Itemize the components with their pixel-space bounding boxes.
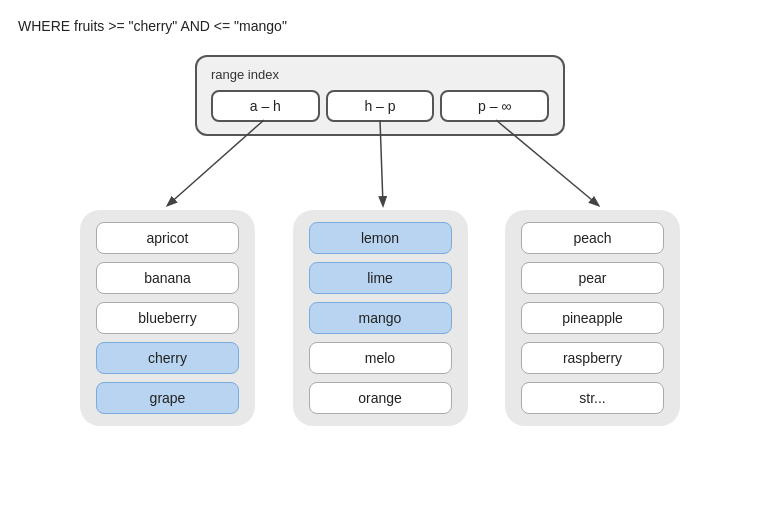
fruit-item: banana [96, 262, 239, 294]
fruit-column-ah: apricot banana blueberry cherry grape [80, 210, 255, 426]
fruit-column-pinf: peach pear pineapple raspberry str... [505, 210, 680, 426]
fruit-item-lemon: lemon [309, 222, 452, 254]
fruit-item-mango: mango [309, 302, 452, 334]
fruit-column-hp: lemon lime mango melo orange [293, 210, 468, 426]
fruit-item-grape: grape [96, 382, 239, 414]
range-index-buckets: a – h h – p p – ∞ [211, 90, 549, 122]
fruit-item: blueberry [96, 302, 239, 334]
fruit-item-pear: pear [521, 262, 664, 294]
range-index-label: range index [211, 67, 549, 82]
fruit-item-cherry: cherry [96, 342, 239, 374]
range-index-box: range index a – h h – p p – ∞ [195, 55, 565, 136]
fruit-item: apricot [96, 222, 239, 254]
query-text: WHERE fruits >= "cherry" AND <= "mango" [18, 18, 287, 34]
fruit-item-melo: melo [309, 342, 452, 374]
bucket-a-h: a – h [211, 90, 320, 122]
bucket-p-inf: p – ∞ [440, 90, 549, 122]
fruit-item-peach: peach [521, 222, 664, 254]
fruit-item-orange: orange [309, 382, 452, 414]
bucket-h-p: h – p [326, 90, 435, 122]
fruit-item-raspberry: raspberry [521, 342, 664, 374]
fruit-item-str: str... [521, 382, 664, 414]
columns-row: apricot banana blueberry cherry grape le… [80, 210, 680, 426]
fruit-item-lime: lime [309, 262, 452, 294]
fruit-item-pineapple: pineapple [521, 302, 664, 334]
